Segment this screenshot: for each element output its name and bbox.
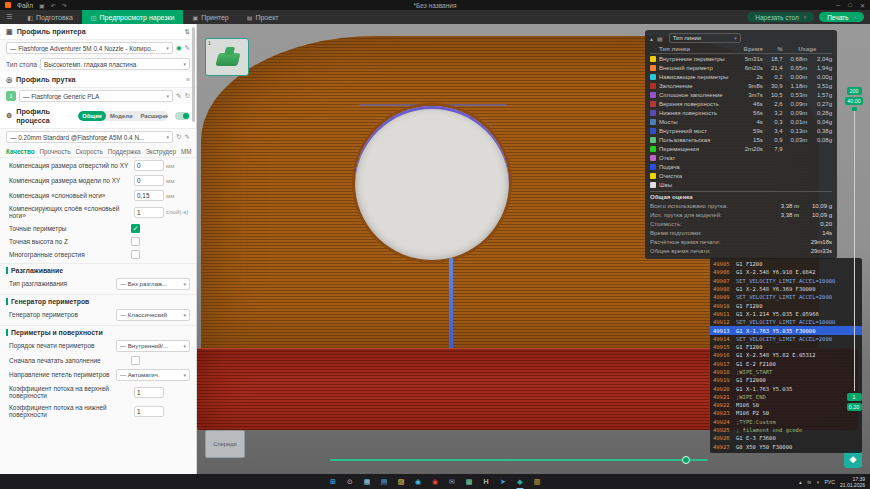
print-button[interactable]: Печать▾ — [819, 12, 864, 22]
legend-row[interactable]: Пользовательская 15s 0,9 0,03m 0,08g — [650, 135, 832, 144]
printer-select[interactable]: — Flashforge Adventurer 5M 0.4 Nozzle - … — [6, 42, 173, 54]
setting-input[interactable] — [134, 160, 164, 171]
tray-chevron-icon[interactable]: ▴ — [799, 479, 802, 485]
reset-process-icon[interactable]: ↻ — [176, 133, 181, 141]
gcode-line[interactable]: 49906 G1 X-2.548 Y6.918 E.0842 — [710, 268, 862, 276]
process-mode-0[interactable]: Общие — [78, 111, 106, 121]
tab-project[interactable]: ▤ Проект — [238, 10, 288, 24]
category-tab-3[interactable]: Поддержка — [108, 148, 141, 155]
network-icon[interactable]: ≋ — [807, 479, 812, 485]
gcode-line[interactable]: 49912 SET_VELOCITY_LIMIT ACCEL=10000 — [710, 318, 862, 326]
gcode-line[interactable]: 49926 G1 E-3 F3600 — [710, 434, 862, 442]
gcode-line[interactable]: 49911 G1 X-1.214 Y5.035 E.05966 — [710, 310, 862, 318]
plate-thumbnail[interactable]: 1 — [205, 38, 249, 76]
legend-row[interactable]: Заполнение 9m8s 30,9 1,18m 3,51g — [650, 81, 832, 90]
gcode-line[interactable]: 49910 G1 F1200 — [710, 301, 862, 309]
slice-plate-button[interactable]: Нарезать стол▾ — [747, 12, 814, 22]
edit-printer-icon[interactable]: ✎ — [185, 44, 190, 52]
close-button[interactable]: ✕ — [860, 2, 865, 9]
setting-select[interactable]: — Внутренний/...▾ — [116, 340, 190, 352]
save-icon[interactable]: ▣ — [39, 2, 45, 9]
wifi-icon[interactable]: ◉ — [176, 44, 182, 52]
gcode-line[interactable]: 49921 ;WIPE_END — [710, 393, 862, 401]
minimize-button[interactable]: ─ — [836, 2, 840, 9]
category-tab-1[interactable]: Прочность — [40, 148, 71, 155]
orca-slicer-icon[interactable]: ◆ — [515, 476, 526, 487]
undo-icon[interactable]: ↶ — [51, 2, 56, 9]
start-icon[interactable]: ⊞ — [328, 476, 339, 487]
photos-app-icon[interactable]: ▩ — [464, 476, 475, 487]
setting-checkbox[interactable] — [131, 250, 140, 259]
telegram-app-icon[interactable]: ➤ — [498, 476, 509, 487]
category-tab-5[interactable]: ММ — [181, 148, 192, 155]
gcode-line[interactable]: 49920 G1 X-1.763 Y5.035 — [710, 384, 862, 392]
legend-row[interactable]: Мосты 4s 0,3 0,01m 0,04g — [650, 117, 832, 126]
view-cube[interactable]: Спереди — [205, 430, 245, 458]
refresh-filament-icon[interactable]: ↻ — [185, 92, 190, 100]
advanced-mode-toggle[interactable] — [175, 112, 190, 120]
save-process-icon[interactable]: ✎ — [185, 133, 190, 141]
tab-printer[interactable]: ▣ Принтер — [183, 10, 237, 24]
category-tab-0[interactable]: Качество — [6, 148, 35, 155]
legend-options-icon[interactable]: ▤ — [657, 35, 663, 42]
move-slider-track[interactable] — [330, 459, 708, 461]
legend-row[interactable]: Сплошное заполнение 3m7s 10,5 0,53m 1,57… — [650, 90, 832, 99]
legend-row[interactable]: Нижняя поверхность 56s 3,2 0,09m 0,28g — [650, 108, 832, 117]
setting-checkbox[interactable] — [131, 237, 140, 246]
collapse-sidebar-icon[interactable]: ⇅ — [185, 28, 190, 36]
setting-input[interactable] — [134, 207, 164, 218]
edge-browser-icon[interactable]: ◉ — [413, 476, 424, 487]
setting-select[interactable]: — Классический▾ — [116, 309, 190, 321]
gcode-line[interactable]: 49917 G1 E-2 F2100 — [710, 360, 862, 368]
legend-row[interactable]: Швы — [650, 180, 832, 189]
gcode-line[interactable]: 49923 M106 P2 S0 — [710, 409, 862, 417]
filament-list-icon[interactable]: ≡ — [186, 76, 190, 83]
preview-3d-viewport[interactable]: 1 ▴ ▤ Тип линии ▾ Тип линии Время % Usag… — [197, 24, 870, 474]
gcode-line[interactable]: 49922 M106 S0 — [710, 401, 862, 409]
setting-input[interactable] — [134, 175, 164, 186]
view-type-select[interactable]: Тип линии ▾ — [669, 33, 741, 43]
notepad-app-icon[interactable]: ▥ — [532, 476, 543, 487]
process-mode-2[interactable]: Расширенный — [136, 111, 168, 121]
move-slider[interactable] — [330, 455, 708, 465]
gcode-line[interactable]: 49924 ;TYPE:Custom — [710, 418, 862, 426]
tab-prepare[interactable]: ◧ Подготовка — [18, 10, 82, 24]
gcode-line[interactable]: 49919 G1 F12000 — [710, 376, 862, 384]
search-icon[interactable]: ⊙ — [345, 476, 356, 487]
app-h-icon[interactable]: H — [481, 476, 492, 487]
legend-row[interactable]: Внешний периметр 6m20s 21,4 0,65m 1,94g — [650, 63, 832, 72]
chrome-browser-icon[interactable]: ◉ — [430, 476, 441, 487]
move-slider-handle[interactable] — [682, 456, 690, 464]
legend-row[interactable]: Внутренний мост 59s 3,4 0,13m 0,38g — [650, 126, 832, 135]
category-tab-2[interactable]: Скорость — [76, 148, 103, 155]
gcode-line[interactable]: 49916 G1 X-2.548 Y5.82 E.05312 — [710, 351, 862, 359]
gcode-line[interactable]: 49914 SET_VELOCITY_LIMIT ACCEL=2000 — [710, 335, 862, 343]
gcode-line[interactable]: 49913 G1 X-1.763 Y5.035 F30000 — [710, 326, 862, 334]
language-indicator[interactable]: РУС — [825, 479, 835, 485]
file-menu[interactable]: Файл — [17, 2, 33, 9]
layer-range-slider[interactable]: 200 40.00 1 0.20 — [842, 86, 866, 412]
process-profile-select[interactable]: — 0.20mm Standard @Flashforge A5M 0.4 N.… — [6, 131, 173, 143]
setting-input[interactable] — [134, 190, 164, 201]
setting-input[interactable] — [134, 387, 164, 398]
legend-row[interactable]: Нависающие периметры 2s 0,2 0,00m 0,00g — [650, 72, 832, 81]
gcode-line[interactable]: 49915 G1 F1200 — [710, 343, 862, 351]
gcode-line[interactable]: 49918 ;WIPE_START — [710, 368, 862, 376]
legend-row[interactable]: Откат — [650, 153, 832, 162]
legend-row[interactable]: Подача — [650, 162, 832, 171]
sidebar-scrollbar[interactable] — [192, 27, 195, 122]
gcode-line[interactable]: 49908 G1 X-2.548 Y6.369 F30000 — [710, 285, 862, 293]
legend-row[interactable]: Внутренние периметры 5m31s 18,7 0,68m 2,… — [650, 54, 832, 63]
edit-filament-icon[interactable]: ✎ — [176, 92, 181, 100]
volume-icon[interactable]: ◖ — [816, 479, 819, 485]
setting-input[interactable] — [134, 406, 164, 417]
clock[interactable]: 17:39 21.01.2026 — [840, 476, 865, 488]
setting-select[interactable]: — Без разглаж...▾ — [116, 278, 190, 290]
file-explorer-icon[interactable]: ▨ — [396, 476, 407, 487]
layer-slider-track[interactable] — [854, 107, 855, 391]
setting-checkbox[interactable]: ✓ — [131, 224, 140, 233]
filament-slot-badge[interactable]: 1 — [6, 91, 16, 101]
gcode-line[interactable]: 49907 SET_VELOCITY_LIMIT ACCEL=10000 — [710, 277, 862, 285]
bed-type-select[interactable]: Высокотемп. гладкая пластина ▾ — [40, 58, 190, 70]
filament-select[interactable]: — Flashforge Generic PLA ▾ — [19, 90, 173, 102]
